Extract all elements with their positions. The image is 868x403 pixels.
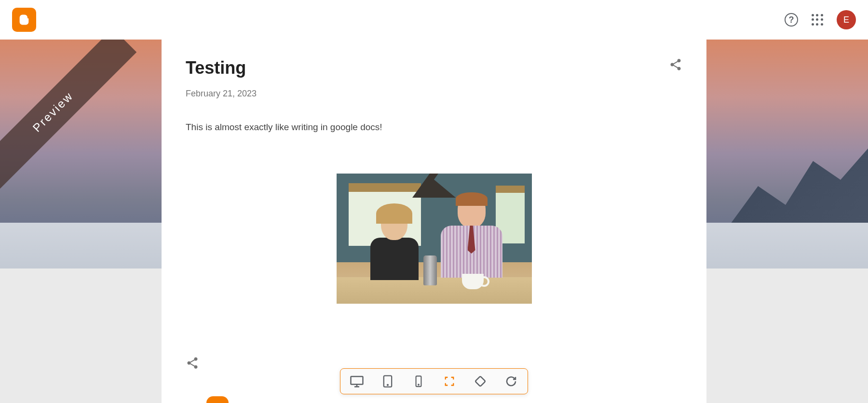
tablet-icon [381, 375, 394, 388]
post-panel: Testing February 21, 2023 This is almost… [162, 40, 706, 403]
post-title: Testing [186, 58, 246, 78]
post-date[interactable]: February 21, 2023 [186, 89, 682, 99]
desktop-view-button[interactable] [349, 374, 365, 389]
fullscreen-view-button[interactable] [442, 374, 457, 389]
post-body: This is almost exactly like writing in g… [186, 122, 682, 133]
blogger-logo[interactable] [12, 8, 36, 32]
refresh-icon [505, 376, 517, 387]
fullscreen-icon [444, 376, 455, 387]
rotate-icon [473, 374, 488, 389]
svg-point-4 [387, 385, 388, 386]
svg-rect-0 [351, 376, 363, 384]
refresh-button[interactable] [503, 374, 519, 389]
app-header: ? E [0, 0, 868, 40]
avatar[interactable]: E [837, 10, 856, 29]
phone-icon [412, 375, 425, 388]
help-icon[interactable]: ? [785, 13, 798, 27]
device-preview-toolbar [340, 368, 528, 394]
post-image-container [186, 174, 682, 304]
share-icon-bottom[interactable] [186, 356, 199, 370]
tablet-view-button[interactable] [380, 374, 395, 389]
desktop-icon [350, 374, 364, 389]
rotate-view-button[interactable] [473, 374, 488, 389]
share-icon[interactable] [669, 58, 682, 71]
svg-rect-7 [475, 376, 485, 386]
apps-icon[interactable] [812, 14, 823, 26]
header-right: ? E [785, 10, 856, 29]
blogger-icon [17, 13, 31, 27]
fab-peek [206, 396, 229, 403]
svg-point-6 [418, 384, 419, 385]
phone-view-button[interactable] [411, 374, 426, 389]
post-header: Testing [186, 58, 682, 78]
share-bottom [186, 356, 199, 372]
post-image[interactable] [337, 174, 532, 304]
